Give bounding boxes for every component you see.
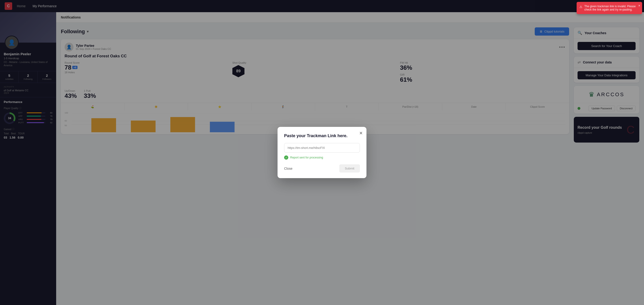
warning-icon: ⚠ — [580, 5, 582, 9]
toast-close-btn[interactable]: × — [638, 4, 640, 8]
success-text: Report sent for processing — [290, 156, 323, 159]
trackman-modal: ✕ Paste your Trackman Link here. ✓ Repor… — [278, 127, 366, 178]
modal-submit-btn[interactable]: Submit — [339, 164, 360, 172]
modal-footer: Close Submit — [284, 164, 360, 172]
modal-title: Paste your Trackman Link here. — [284, 134, 360, 138]
trackman-link-input[interactable] — [284, 143, 360, 152]
success-check-icon: ✓ — [284, 156, 288, 160]
toast-message: The given trackman link is invalid. Plea… — [584, 5, 638, 11]
modal-close-x-btn[interactable]: ✕ — [359, 130, 363, 136]
modal-close-btn[interactable]: Close — [284, 167, 292, 170]
modal-overlay[interactable]: ✕ Paste your Trackman Link here. ✓ Repor… — [0, 0, 644, 305]
success-row: ✓ Report sent for processing — [284, 156, 360, 160]
error-toast: ⚠ The given trackman link is invalid. Pl… — [576, 2, 642, 14]
